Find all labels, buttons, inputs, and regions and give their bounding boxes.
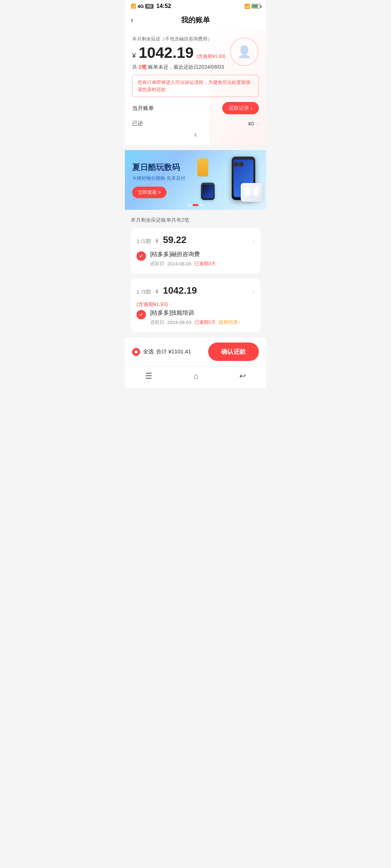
watermark-icon: 👤 bbox=[237, 45, 252, 59]
bill-card-2[interactable]: 1 /3期 ¥ 1042.19 › (含逾期¥1.93) ✓ [桔多多]技能培训… bbox=[131, 278, 260, 332]
hd-badge: HD bbox=[145, 4, 153, 9]
nav-home-button[interactable]: ⌂ bbox=[186, 370, 205, 382]
wifi-icon: 📶 bbox=[244, 4, 250, 9]
banner-section: 夏日酷玩数码 大牌好物分期购 先享后付 立即查看 > bbox=[125, 150, 266, 210]
total-value: ¥1101.41 bbox=[168, 348, 191, 354]
dot-3 bbox=[200, 204, 203, 206]
confirm-repay-button[interactable]: 确认还款 bbox=[208, 342, 259, 361]
banner[interactable]: 夏日酷玩数码 大牌好物分期购 先享后付 立即查看 > bbox=[125, 150, 266, 210]
bill-info-1: [桔多多]融担咨询费 还款日 2024-08-03 已逾期3天 bbox=[150, 251, 255, 267]
bill-amount-prefix-2: ¥ bbox=[155, 289, 159, 295]
nav-back-button[interactable]: ↩ bbox=[232, 370, 253, 382]
bill-amount-1: 59.22 bbox=[163, 234, 186, 246]
signal-icon: 📶 bbox=[131, 4, 136, 9]
bill-summary-row: 当月账单 还款记录 › bbox=[132, 102, 259, 114]
back-nav-icon: ↩ bbox=[239, 371, 246, 381]
bottom-bar: 全选 合计 ¥1101.41 确认还款 bbox=[125, 337, 266, 366]
bill-amount-prefix-1: ¥ bbox=[155, 238, 159, 244]
bill-card-2-body: ✓ [桔多多]技能培训 还款日 2024-08-03 已逾期3天 提前结清 › bbox=[136, 309, 255, 326]
bill-date-label-2: 还款日 bbox=[150, 319, 164, 326]
status-right: 📶 bbox=[244, 4, 260, 9]
home-icon: ⌂ bbox=[193, 371, 198, 381]
bills-count: 2笔 bbox=[139, 64, 147, 70]
bills-info-prefix: 共 bbox=[132, 64, 137, 70]
bill-info-2: [桔多多]技能培训 还款日 2024-08-03 已逾期3天 提前结清 › bbox=[150, 309, 255, 326]
overdue-tag-2: 已逾期3天 bbox=[194, 319, 216, 326]
bill-card-arrow-1: › bbox=[253, 238, 255, 244]
bill-date-label-1: 还款日 bbox=[150, 260, 164, 267]
dot-active bbox=[193, 204, 198, 206]
banner-subtitle: 大牌好物分期购 先享后付 bbox=[132, 175, 185, 182]
battery-icon bbox=[252, 4, 260, 8]
bill-date-2: 2024-08-03 bbox=[167, 320, 192, 325]
bill-check-2[interactable]: ✓ bbox=[136, 310, 146, 319]
bill-date-1: 2024-08-03 bbox=[167, 261, 192, 267]
bill-check-1[interactable]: ✓ bbox=[136, 251, 146, 261]
bill-name-2: [桔多多]技能培训 bbox=[150, 309, 255, 317]
status-bar: 📶 4G HD 14:52 📶 bbox=[125, 0, 266, 11]
repay-record-button[interactable]: 还款记录 › bbox=[222, 102, 259, 114]
total-label: 合计 bbox=[156, 348, 167, 354]
bill-card-arrow-2: › bbox=[253, 289, 255, 295]
select-all-circle bbox=[132, 348, 140, 356]
main-card: 👤 本月剩余应还（不包含融担咨询费用） ¥ 1042.19 (含逾期¥1.93)… bbox=[125, 30, 266, 146]
bills-info-suffix: 账单未还，最近还款日2024/08/03 bbox=[148, 64, 224, 70]
banner-devices bbox=[189, 150, 266, 210]
bill-period-1: 1 /1期 bbox=[136, 238, 151, 245]
bill-name-1: [桔多多]融担咨询费 bbox=[150, 251, 255, 258]
menu-icon: ☰ bbox=[145, 371, 152, 381]
overdue-tag-1: 已逾期3天 bbox=[194, 260, 216, 267]
paid-amount: ¥0 › bbox=[248, 120, 259, 127]
select-all-label: 全选 bbox=[143, 348, 154, 355]
currency-symbol: ¥ bbox=[132, 52, 136, 60]
bill-date-row-1: 还款日 2024-08-03 已逾期3天 bbox=[150, 260, 255, 267]
warning-box: 您有订单即将进入司法诉讼流程，为避免司法处置留痕请您及时还款 bbox=[132, 75, 259, 97]
bill-card-1[interactable]: 1 /1期 ¥ 59.22 › ✓ [桔多多]融担咨询费 还款日 2024-08… bbox=[131, 228, 260, 273]
collapse-button[interactable]: ∧ bbox=[132, 128, 259, 140]
overdue-badge: (含逾期¥1.93) bbox=[197, 53, 226, 60]
paid-row: 已还 ¥0 › bbox=[132, 117, 259, 128]
nav-menu-button[interactable]: ☰ bbox=[138, 370, 160, 382]
bill-amount-2: 1042.19 bbox=[163, 285, 197, 296]
back-button[interactable]: ‹ bbox=[131, 16, 133, 25]
banner-button[interactable]: 立即查看 > bbox=[132, 187, 167, 198]
bills-section: 本月剩余应还账单共有2笔 1 /1期 ¥ 59.22 › ✓ [桔多多]融担咨询… bbox=[125, 213, 266, 332]
nav-bar: ☰ ⌂ ↩ bbox=[125, 366, 266, 388]
banner-dots bbox=[188, 204, 203, 206]
current-month-label: 当月账单 bbox=[132, 105, 154, 112]
bill-period-2: 1 /3期 bbox=[136, 289, 151, 295]
settle-link-2[interactable]: 提前结清 › bbox=[219, 319, 240, 326]
bill-card-1-header: 1 /1期 ¥ 59.22 › bbox=[136, 234, 255, 246]
dot-1 bbox=[188, 204, 191, 206]
time: 14:52 bbox=[156, 3, 171, 9]
signal-type: 4G bbox=[138, 4, 144, 9]
paid-label: 已还 bbox=[132, 120, 143, 127]
overdue-amount-small-2: (含逾期¥1.93) bbox=[136, 301, 255, 308]
bills-count-text: 本月剩余应还账单共有2笔 bbox=[131, 217, 260, 224]
watermark: 👤 bbox=[230, 37, 259, 66]
banner-title: 夏日酷玩数码 bbox=[132, 162, 185, 173]
bill-card-1-body: ✓ [桔多多]融担咨询费 还款日 2024-08-03 已逾期3天 bbox=[136, 251, 255, 267]
warning-text: 您有订单即将进入司法诉讼流程，为避免司法处置留痕请您及时还款 bbox=[138, 79, 253, 93]
select-all[interactable]: 全选 bbox=[132, 348, 154, 356]
page-title: 我的账单 bbox=[181, 15, 210, 25]
select-all-dot bbox=[135, 350, 138, 353]
page-header: ‹ 我的账单 bbox=[125, 11, 266, 30]
bill-card-2-header: 1 /3期 ¥ 1042.19 › bbox=[136, 285, 255, 296]
bill-date-row-2: 还款日 2024-08-03 已逾期3天 提前结清 › bbox=[150, 319, 255, 326]
banner-content: 夏日酷玩数码 大牌好物分期购 先享后付 立即查看 > bbox=[132, 162, 185, 198]
status-left: 📶 4G HD 14:52 bbox=[131, 3, 171, 9]
main-amount: 1042.19 bbox=[139, 45, 194, 60]
total-amount: 合计 ¥1101.41 bbox=[156, 348, 191, 355]
